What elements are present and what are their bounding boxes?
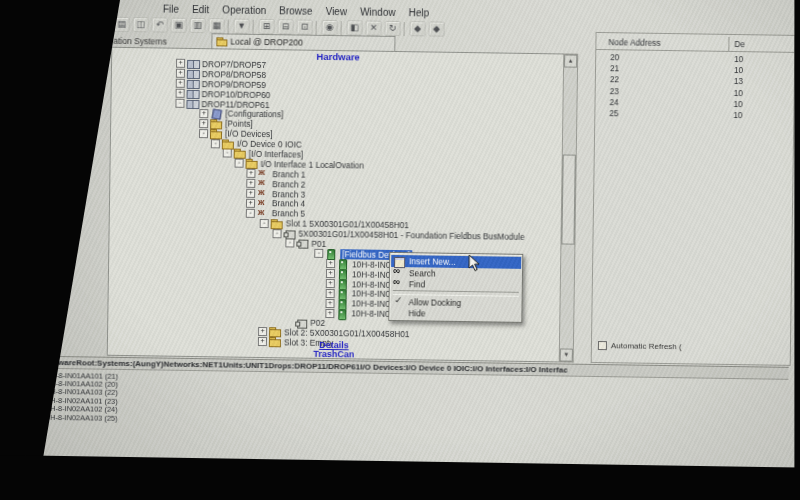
tree-item-label[interactable]: Branch 4 <box>272 199 305 209</box>
tree-expander[interactable]: + <box>325 309 334 318</box>
tree-expander[interactable]: - <box>199 129 208 138</box>
tree-expander[interactable]: - <box>285 239 294 248</box>
toolbar-separator[interactable] <box>341 21 344 35</box>
tree-item-label[interactable]: P02 <box>310 318 325 328</box>
tree-expander[interactable]: - <box>272 229 281 238</box>
tab-partial-systems[interactable]: ation Systems <box>113 36 167 47</box>
tree-scrollbar[interactable]: ▲ ▼ <box>559 53 579 362</box>
scroll-down-icon[interactable]: ▼ <box>560 348 573 361</box>
tree-item-icon <box>271 219 283 228</box>
tree-expander[interactable]: + <box>176 79 185 88</box>
node-address-cell: 25 <box>595 108 733 121</box>
menu-item-label: Insert New... <box>409 256 456 267</box>
device-list: 10H-8-IN01AA101 (21) 10H-8-IN01AA102 (20… <box>24 369 789 433</box>
tree-expander[interactable]: + <box>246 169 255 178</box>
auto-refresh-checkbox[interactable] <box>598 341 607 350</box>
tree-expander[interactable]: + <box>326 259 335 268</box>
paste-icon[interactable]: ▦ <box>209 18 225 33</box>
tree-expander[interactable]: - <box>211 139 220 148</box>
column-device[interactable]: De <box>734 39 745 49</box>
toolbar-separator[interactable] <box>404 22 407 36</box>
tree-item-icon <box>186 99 198 108</box>
undo-icon[interactable]: ↶ <box>152 17 168 32</box>
tree-expander[interactable]: + <box>176 89 185 98</box>
tree-expander[interactable]: - <box>246 209 255 218</box>
menu-item-hide[interactable]: Hide <box>390 307 520 320</box>
menu-operation[interactable]: Operation <box>222 4 266 16</box>
node-address-panel: Node Address De 20 10 21 10 22 13 23 <box>591 32 796 366</box>
column-node-address[interactable]: Node Address <box>608 37 660 48</box>
menu-help[interactable]: Help <box>408 7 429 18</box>
tree-item-label[interactable]: [I/O Devices] <box>225 129 273 140</box>
print-preview-icon[interactable]: ◫ <box>133 17 149 32</box>
scrollbar-thumb[interactable] <box>561 154 575 244</box>
menu-browse[interactable]: Browse <box>279 5 313 16</box>
device-cell: 10 <box>734 88 743 99</box>
tree-expander[interactable]: - <box>223 149 232 158</box>
tree-item-icon <box>210 119 222 128</box>
menu-file[interactable]: File <box>163 4 179 15</box>
tree-expander[interactable]: + <box>176 69 185 78</box>
tree-item-label[interactable]: Branch 2 <box>272 179 305 189</box>
menu-bar: FileEditOperationBrowseViewWindowHelp <box>163 4 429 19</box>
toolbar-separator[interactable] <box>228 19 231 33</box>
tree-item-icon <box>296 239 308 248</box>
tree-expander[interactable]: + <box>326 279 335 288</box>
tree-item-icon <box>187 79 199 88</box>
tree-item-label[interactable]: DROP11/DROP61 <box>201 99 269 110</box>
tree-item-label[interactable]: P01 <box>311 239 326 249</box>
device-cell: 13 <box>734 76 743 87</box>
tree-expander[interactable]: - <box>260 219 269 228</box>
tree-expander[interactable]: + <box>246 199 255 208</box>
delete-icon[interactable]: ✕ <box>366 21 382 36</box>
insert-form-icon[interactable]: ◧ <box>347 20 363 35</box>
tree-item-icon <box>187 69 199 78</box>
menu-view[interactable]: View <box>325 6 347 17</box>
tree-expander[interactable]: + <box>246 179 255 188</box>
tree-expander[interactable]: + <box>326 269 335 278</box>
table-row[interactable]: 25 10 <box>595 108 793 122</box>
expand-all-icon[interactable]: ⊞ <box>259 19 275 34</box>
tree-expander[interactable]: - <box>314 249 323 258</box>
filter-icon[interactable]: ▼ <box>234 19 250 34</box>
tree-item-label[interactable]: Branch 5 <box>272 208 305 218</box>
tree-item-icon <box>336 309 348 318</box>
tree-expander[interactable]: + <box>326 289 335 298</box>
tree-item-label[interactable]: I/O Device 0 IOIC <box>237 139 302 150</box>
copy-icon[interactable]: ▥ <box>190 18 206 33</box>
tree-item-label[interactable]: Branch 1 <box>272 169 305 179</box>
menu-edit[interactable]: Edit <box>192 4 209 15</box>
tree-item-label[interactable]: Branch 3 <box>272 189 305 199</box>
tree-expander[interactable]: + <box>258 327 267 336</box>
tree-item-label[interactable]: [I/O Interfaces] <box>249 149 304 160</box>
menu-item-find[interactable]: Find <box>391 278 521 291</box>
snapshot-icon[interactable]: ◉ <box>322 20 338 35</box>
tree-item-icon <box>246 159 258 168</box>
auto-refresh-label: Automatic Refresh ( <box>611 341 682 351</box>
tree-expander[interactable]: - <box>175 99 184 108</box>
toolbar-separator[interactable] <box>316 20 319 34</box>
toolbar-separator[interactable] <box>253 19 256 33</box>
tree-expander[interactable]: + <box>246 189 255 198</box>
tree-expander[interactable]: + <box>199 109 208 118</box>
download-icon[interactable]: ◆ <box>410 21 426 36</box>
menu-item-icon <box>393 279 405 288</box>
cut-icon[interactable]: ▣ <box>171 18 187 33</box>
bottom-panel: HardwareRoot:Systems:(AungY)Networks:NET… <box>23 356 788 467</box>
menu-item-label: Allow Docking <box>408 297 461 308</box>
menu-window[interactable]: Window <box>360 6 396 18</box>
tree-item-icon <box>257 209 269 218</box>
monitor-screen: FileEditOperationBrowseViewWindowHelp ▤◫… <box>0 0 800 500</box>
load-icon[interactable]: ◆ <box>428 21 444 36</box>
scroll-up-icon[interactable]: ▲ <box>564 54 577 67</box>
tab-label: Local @ DROP200 <box>230 37 303 48</box>
tree-expander[interactable]: - <box>235 159 244 168</box>
tree-item-icon <box>210 109 222 118</box>
tree-expander[interactable]: + <box>176 59 185 68</box>
tree-expander[interactable]: + <box>325 299 334 308</box>
refresh-icon[interactable]: ↻ <box>385 21 401 36</box>
tree-expander[interactable]: + <box>199 119 208 128</box>
collapse-all-icon[interactable]: ⊟ <box>278 19 294 34</box>
tree-item-label[interactable]: [Points] <box>225 119 253 129</box>
copy-drop-icon[interactable]: ⊡ <box>297 20 313 35</box>
